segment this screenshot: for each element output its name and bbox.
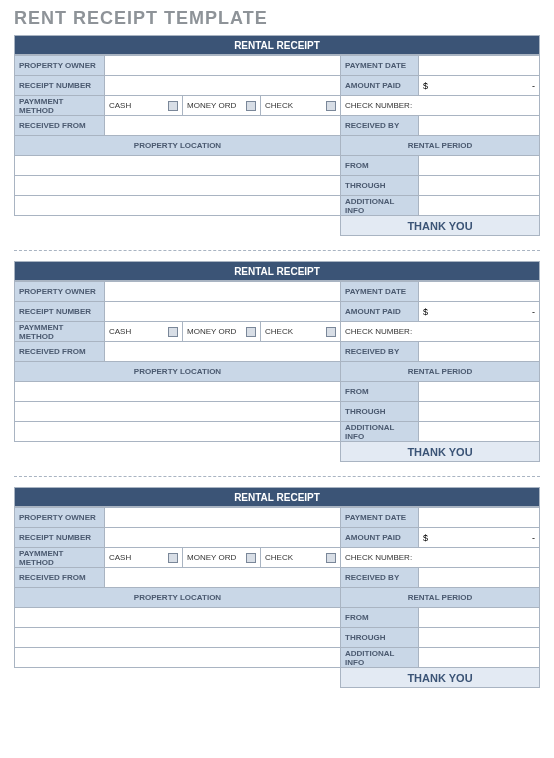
pm-cash-cell: CASH bbox=[105, 548, 183, 568]
section-rental-period: RENTAL PERIOD bbox=[341, 362, 540, 382]
value-from[interactable] bbox=[419, 382, 540, 402]
pm-moneyord-label: MONEY ORD bbox=[187, 327, 236, 336]
pm-check-label: CHECK bbox=[265, 553, 293, 562]
label-payment-date: PAYMENT DATE bbox=[341, 282, 419, 302]
value-through[interactable] bbox=[419, 628, 540, 648]
value-additional-info[interactable] bbox=[419, 196, 540, 216]
value-receipt-number[interactable] bbox=[105, 76, 341, 96]
value-received-by[interactable] bbox=[419, 568, 540, 588]
thank-you: THANK YOU bbox=[341, 216, 540, 236]
value-receipt-number[interactable] bbox=[105, 302, 341, 322]
pm-check-label: CHECK bbox=[265, 101, 293, 110]
checkbox-cash[interactable] bbox=[168, 101, 178, 111]
amount-value: - bbox=[532, 81, 535, 91]
checkbox-moneyord[interactable] bbox=[246, 101, 256, 111]
label-receipt-number: RECEIPT NUMBER bbox=[15, 76, 105, 96]
pm-checknumber-cell[interactable]: CHECK NUMBER: bbox=[341, 322, 540, 342]
pm-moneyord-cell: MONEY ORD bbox=[183, 96, 261, 116]
receipt-3: RENTAL RECEIPT PROPERTY OWNER PAYMENT DA… bbox=[0, 487, 554, 692]
label-received-from: RECEIVED FROM bbox=[15, 342, 105, 362]
checkbox-check[interactable] bbox=[326, 553, 336, 563]
value-location-3[interactable] bbox=[15, 648, 341, 668]
pm-check-cell: CHECK bbox=[261, 548, 341, 568]
pm-moneyord-cell: MONEY ORD bbox=[183, 322, 261, 342]
pm-cash-cell: CASH bbox=[105, 322, 183, 342]
pm-checknumber-cell[interactable]: CHECK NUMBER: bbox=[341, 548, 540, 568]
section-property-location: PROPERTY LOCATION bbox=[15, 588, 341, 608]
label-received-by: RECEIVED BY bbox=[341, 116, 419, 136]
divider-1 bbox=[14, 250, 540, 251]
pm-check-cell: CHECK bbox=[261, 322, 341, 342]
pm-cash-label: CASH bbox=[109, 553, 131, 562]
section-property-location: PROPERTY LOCATION bbox=[15, 362, 341, 382]
value-received-from[interactable] bbox=[105, 116, 341, 136]
checkbox-moneyord[interactable] bbox=[246, 553, 256, 563]
value-location-1[interactable] bbox=[15, 608, 341, 628]
section-rental-period: RENTAL PERIOD bbox=[341, 588, 540, 608]
label-receipt-number: RECEIPT NUMBER bbox=[15, 528, 105, 548]
label-from: FROM bbox=[341, 156, 419, 176]
label-property-owner: PROPERTY OWNER bbox=[15, 282, 105, 302]
value-location-1[interactable] bbox=[15, 382, 341, 402]
label-payment-date: PAYMENT DATE bbox=[341, 56, 419, 76]
value-amount-paid[interactable]: $ - bbox=[419, 528, 540, 548]
label-receipt-number: RECEIPT NUMBER bbox=[15, 302, 105, 322]
value-location-3[interactable] bbox=[15, 422, 341, 442]
pm-moneyord-label: MONEY ORD bbox=[187, 553, 236, 562]
value-location-1[interactable] bbox=[15, 156, 341, 176]
value-received-from[interactable] bbox=[105, 342, 341, 362]
pm-check-cell: CHECK bbox=[261, 96, 341, 116]
value-amount-paid[interactable]: $ - bbox=[419, 76, 540, 96]
value-through[interactable] bbox=[419, 176, 540, 196]
value-from[interactable] bbox=[419, 608, 540, 628]
value-location-2[interactable] bbox=[15, 628, 341, 648]
value-additional-info[interactable] bbox=[419, 422, 540, 442]
label-payment-method: PAYMMENT METHOD bbox=[15, 548, 105, 568]
value-property-owner[interactable] bbox=[105, 282, 341, 302]
pm-checknumber-cell[interactable]: CHECK NUMBER: bbox=[341, 96, 540, 116]
checkbox-cash[interactable] bbox=[168, 327, 178, 337]
label-amount-paid: AMOUNT PAID bbox=[341, 302, 419, 322]
value-location-2[interactable] bbox=[15, 402, 341, 422]
value-from[interactable] bbox=[419, 156, 540, 176]
amount-value: - bbox=[532, 307, 535, 317]
receipt-header: RENTAL RECEIPT bbox=[14, 35, 540, 55]
value-payment-date[interactable] bbox=[419, 282, 540, 302]
value-received-by[interactable] bbox=[419, 116, 540, 136]
value-through[interactable] bbox=[419, 402, 540, 422]
checkbox-cash[interactable] bbox=[168, 553, 178, 563]
amount-symbol: $ bbox=[423, 533, 428, 543]
label-payment-method: PAYMMENT METHOD bbox=[15, 322, 105, 342]
pm-moneyord-cell: MONEY ORD bbox=[183, 548, 261, 568]
checkbox-moneyord[interactable] bbox=[246, 327, 256, 337]
amount-symbol: $ bbox=[423, 81, 428, 91]
amount-symbol: $ bbox=[423, 307, 428, 317]
value-location-3[interactable] bbox=[15, 196, 341, 216]
label-received-from: RECEIVED FROM bbox=[15, 116, 105, 136]
label-property-owner: PROPERTY OWNER bbox=[15, 508, 105, 528]
section-property-location: PROPERTY LOCATION bbox=[15, 136, 341, 156]
value-location-2[interactable] bbox=[15, 176, 341, 196]
label-received-by: RECEIVED BY bbox=[341, 568, 419, 588]
label-amount-paid: AMOUNT PAID bbox=[341, 76, 419, 96]
value-received-from[interactable] bbox=[105, 568, 341, 588]
checkbox-check[interactable] bbox=[326, 327, 336, 337]
label-additional-info: ADDITIONAL INFO bbox=[341, 196, 419, 216]
value-property-owner[interactable] bbox=[105, 56, 341, 76]
amount-value: - bbox=[532, 533, 535, 543]
value-property-owner[interactable] bbox=[105, 508, 341, 528]
value-payment-date[interactable] bbox=[419, 508, 540, 528]
label-received-by: RECEIVED BY bbox=[341, 342, 419, 362]
label-property-owner: PROPERTY OWNER bbox=[15, 56, 105, 76]
value-received-by[interactable] bbox=[419, 342, 540, 362]
checkbox-check[interactable] bbox=[326, 101, 336, 111]
label-payment-date: PAYMENT DATE bbox=[341, 508, 419, 528]
value-payment-date[interactable] bbox=[419, 56, 540, 76]
pm-cash-cell: CASH bbox=[105, 96, 183, 116]
value-amount-paid[interactable]: $ - bbox=[419, 302, 540, 322]
divider-2 bbox=[14, 476, 540, 477]
page-title: RENT RECEIPT TEMPLATE bbox=[0, 0, 554, 35]
value-additional-info[interactable] bbox=[419, 648, 540, 668]
label-received-from: RECEIVED FROM bbox=[15, 568, 105, 588]
value-receipt-number[interactable] bbox=[105, 528, 341, 548]
